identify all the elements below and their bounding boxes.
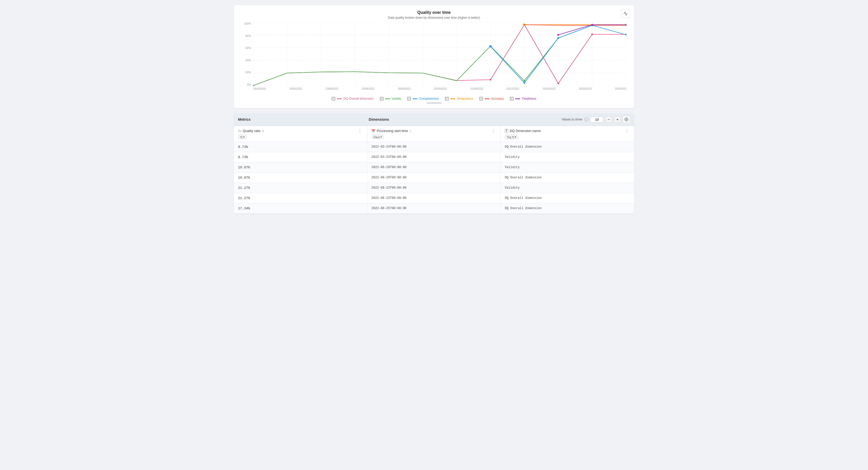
legend-timeliness[interactable]: Timeliness: [510, 97, 536, 100]
dimension2-col-name: T DQ Dimension name: [505, 129, 541, 133]
dimension-cell-3: DQ Overall dimension: [501, 173, 634, 183]
table-row: 0.73% 2022-03-24T00:00:00 DQ Overall dim…: [234, 142, 634, 152]
legend-color-timeliness: [515, 98, 520, 99]
values-decrement-button[interactable]: −: [606, 116, 612, 123]
time-cell-3: 2022-06-29T00:00:00: [367, 173, 501, 183]
values-info-icon[interactable]: i: [584, 118, 588, 122]
dimension1-filter-dropdown[interactable]: Days ▾: [371, 135, 384, 139]
legend-check-dq-overall[interactable]: [332, 97, 335, 100]
x-label-1: 29/06/2022: [289, 88, 302, 90]
metric-cell-1: 0.73%: [234, 152, 367, 162]
dimension2-col-header: T DQ Dimension name ⋮ Top N ▾: [501, 126, 634, 142]
svg-point-32: [557, 37, 559, 39]
dimensions-section-title: Dimensions: [369, 118, 499, 122]
legend-color-uniqueness: [450, 98, 455, 99]
metrics-col-name: Fx Quality ratio ≡: [238, 129, 264, 133]
dimension2-col-menu-button[interactable]: ⋮: [624, 128, 630, 133]
svg-point-26: [524, 80, 525, 81]
metrics-col-header: Fx Quality ratio ≡ ⋮ % ▾: [234, 126, 367, 142]
text-icon: T: [505, 129, 508, 133]
chart-title: Quality over time: [239, 10, 629, 15]
x-label-6: 21/09/2022: [470, 88, 483, 90]
x-label-7: 19/12/2022: [506, 88, 519, 90]
fx-badge: Fx: [238, 129, 241, 133]
metric-cell-2: 19.87%: [234, 163, 367, 172]
time-cell-2: 2022-06-29T00:00:00: [367, 163, 501, 172]
values-increment-button[interactable]: +: [614, 116, 621, 123]
legend-uniqueness[interactable]: Uniqueness: [445, 97, 473, 100]
values-to-show-controls: Values to show i − +: [499, 116, 630, 123]
chart-subtitle: Data quality broken down by dimensions o…: [239, 16, 629, 20]
svg-point-22: [591, 34, 593, 35]
metrics-col-menu-button[interactable]: ⋮: [357, 128, 363, 133]
values-count-input[interactable]: [590, 116, 603, 123]
dimension-cell-2: Validity: [501, 163, 634, 172]
metrics-format-arrow: ▾: [243, 135, 245, 139]
time-cell-0: 2022-03-24T00:00:00: [367, 142, 501, 152]
quality-ratio-label: Quality ratio: [243, 129, 260, 133]
dimension1-sort-icon: ↕: [409, 129, 411, 133]
metric-cell-0: 0.73%: [234, 142, 367, 152]
dimension-cell-4: Validity: [501, 183, 634, 193]
x-label-3: 25/08/2022: [362, 88, 374, 90]
legend-check-accuracy[interactable]: [479, 97, 483, 100]
dimension-cell-0: DQ Overall dimension: [501, 142, 634, 152]
metric-cell-3: 19.87%: [234, 173, 367, 183]
legend-accuracy[interactable]: Accuracy: [479, 97, 504, 100]
legend-color-dq-overall: [337, 98, 342, 99]
svg-point-31: [524, 82, 525, 83]
table-row: 21.27% 2022-08-23T00:00:00 DQ Overall di…: [234, 193, 634, 203]
dimension1-col-name: 📅 Processing start time ↕: [371, 129, 411, 133]
x-label-5: 20/09/2022: [434, 88, 447, 90]
y-label-0: 0%: [247, 83, 251, 86]
legend-color-validity: [385, 98, 390, 99]
legend-validity[interactable]: Validity: [380, 97, 401, 100]
chart-plot: [253, 22, 626, 86]
metric-cell-6: 17.34%: [234, 203, 367, 213]
legend-check-completeness[interactable]: [407, 97, 411, 100]
legend-label-validity: Validity: [392, 97, 401, 100]
scroll-hint: [239, 102, 629, 104]
legend-label-accuracy: Accuracy: [491, 97, 504, 100]
table-row: 19.87% 2022-06-29T00:00:00 DQ Overall di…: [234, 173, 634, 183]
table-row: 0.73% 2022-03-24T00:00:00 Validity: [234, 152, 634, 163]
metric-cell-4: 21.27%: [234, 183, 367, 193]
svg-point-38: [591, 24, 593, 25]
dimension2-label: DQ Dimension name: [510, 129, 541, 133]
table-card: Metrics Dimensions Values to show i − +: [234, 113, 634, 214]
table-row: 19.87% 2022-06-29T00:00:00 Validity: [234, 163, 634, 173]
table-settings-button[interactable]: [623, 116, 630, 123]
chart-action-button[interactable]: [621, 9, 630, 18]
dimension1-col-menu-button[interactable]: ⋮: [490, 128, 496, 133]
chart-area: 0% 20% 40% 60% 80% 100%: [242, 22, 626, 94]
y-label-100: 100%: [244, 22, 251, 25]
dimension1-label: Processing start time: [377, 129, 408, 133]
legend-check-timeliness[interactable]: [510, 97, 514, 100]
legend-check-uniqueness[interactable]: [445, 97, 448, 100]
dimension-cell-1: Validity: [501, 152, 634, 162]
legend-label-completeness: Completeness: [419, 97, 439, 100]
table-header-row: Metrics Dimensions Values to show i − +: [234, 113, 634, 126]
column-headers-row: Fx Quality ratio ≡ ⋮ % ▾: [234, 126, 634, 142]
x-label-10: 26/03/202: [615, 88, 626, 90]
metrics-filter-icon: ≡: [262, 129, 264, 133]
time-cell-6: 2022-08-25T00:00:00: [367, 203, 501, 213]
dimension2-filter-dropdown[interactable]: Top N ▾: [505, 135, 518, 139]
svg-point-21: [557, 82, 559, 84]
dimension2-filter-arrow: ▾: [515, 135, 516, 139]
time-cell-4: 2022-08-23T00:00:00: [367, 183, 501, 193]
y-axis: 0% 20% 40% 60% 80% 100%: [242, 22, 253, 86]
fx-text: Fx: [238, 129, 241, 133]
legend-check-validity[interactable]: [380, 97, 383, 100]
x-label-4: 30/08/2022: [398, 88, 411, 90]
x-label-8: 24/03/2023: [542, 88, 555, 90]
svg-point-40: [626, 119, 627, 120]
legend-completeness[interactable]: Completeness: [407, 97, 439, 100]
x-axis: 24/03/2022 29/06/2022 23/08/2022 25/08/2…: [253, 86, 626, 94]
svg-point-19: [490, 79, 492, 80]
svg-point-37: [557, 34, 559, 36]
legend-dq-overall[interactable]: DQ Overall dimension: [332, 97, 373, 100]
metrics-format-dropdown[interactable]: % ▾: [238, 135, 247, 139]
y-label-80: 80%: [245, 34, 251, 37]
legend-color-accuracy: [485, 98, 490, 99]
